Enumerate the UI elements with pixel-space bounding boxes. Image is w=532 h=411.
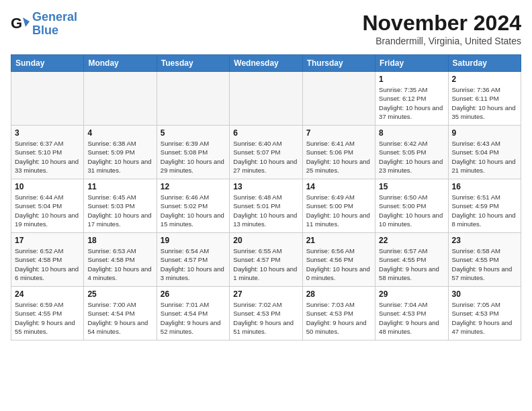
weekday-header: Tuesday — [157, 55, 229, 72]
day-info: Sunrise: 6:45 AM Sunset: 5:03 PM Dayligh… — [87, 193, 152, 228]
calendar-cell: 16Sunrise: 6:51 AM Sunset: 4:59 PM Dayli… — [448, 179, 521, 233]
day-number: 7 — [306, 128, 371, 138]
day-number: 25 — [87, 289, 152, 299]
calendar-cell: 13Sunrise: 6:48 AM Sunset: 5:01 PM Dayli… — [230, 179, 302, 233]
day-info: Sunrise: 6:39 AM Sunset: 5:08 PM Dayligh… — [161, 139, 226, 175]
calendar-cell: 25Sunrise: 7:00 AM Sunset: 4:54 PM Dayli… — [84, 287, 157, 340]
day-number: 24 — [15, 289, 80, 299]
day-number: 10 — [15, 182, 80, 191]
calendar-cell: 18Sunrise: 6:53 AM Sunset: 4:58 PM Dayli… — [84, 233, 157, 287]
day-info: Sunrise: 6:59 AM Sunset: 4:55 PM Dayligh… — [15, 300, 80, 336]
day-info: Sunrise: 7:36 AM Sunset: 6:11 PM Dayligh… — [452, 85, 517, 121]
weekday-header: Monday — [84, 55, 157, 72]
day-number: 20 — [233, 236, 298, 245]
logo: G General Blue — [11, 11, 77, 38]
weekday-header: Sunday — [11, 55, 84, 72]
calendar-cell: 4Sunrise: 6:38 AM Sunset: 5:09 PM Daylig… — [84, 126, 157, 179]
calendar-cell — [230, 72, 302, 126]
calendar-week-row: 24Sunrise: 6:59 AM Sunset: 4:55 PM Dayli… — [11, 287, 521, 340]
day-number: 4 — [87, 128, 152, 138]
calendar-cell: 5Sunrise: 6:39 AM Sunset: 5:08 PM Daylig… — [157, 126, 229, 179]
day-number: 3 — [15, 128, 80, 138]
calendar-cell: 1Sunrise: 7:35 AM Sunset: 6:12 PM Daylig… — [375, 72, 448, 126]
day-number: 13 — [233, 182, 298, 191]
day-number: 15 — [379, 182, 444, 191]
day-number: 17 — [15, 236, 80, 245]
calendar-cell: 8Sunrise: 6:42 AM Sunset: 5:05 PM Daylig… — [375, 126, 448, 179]
day-info: Sunrise: 6:44 AM Sunset: 5:04 PM Dayligh… — [15, 193, 80, 228]
day-number: 23 — [452, 236, 517, 245]
day-info: Sunrise: 7:05 AM Sunset: 4:53 PM Dayligh… — [452, 300, 517, 336]
day-info: Sunrise: 6:55 AM Sunset: 4:57 PM Dayligh… — [233, 246, 298, 282]
calendar-cell — [11, 72, 84, 126]
calendar-cell: 3Sunrise: 6:37 AM Sunset: 5:10 PM Daylig… — [11, 126, 84, 179]
calendar-week-row: 10Sunrise: 6:44 AM Sunset: 5:04 PM Dayli… — [11, 179, 521, 233]
calendar-week-row: 17Sunrise: 6:52 AM Sunset: 4:58 PM Dayli… — [11, 233, 521, 287]
day-info: Sunrise: 7:03 AM Sunset: 4:53 PM Dayligh… — [306, 300, 371, 336]
day-info: Sunrise: 6:58 AM Sunset: 4:55 PM Dayligh… — [452, 246, 517, 282]
calendar-table: SundayMondayTuesdayWednesdayThursdayFrid… — [11, 54, 521, 340]
calendar-cell: 22Sunrise: 6:57 AM Sunset: 4:55 PM Dayli… — [375, 233, 448, 287]
calendar-cell: 28Sunrise: 7:03 AM Sunset: 4:53 PM Dayli… — [302, 287, 375, 340]
calendar-cell: 12Sunrise: 6:46 AM Sunset: 5:02 PM Dayli… — [157, 179, 229, 233]
day-number: 22 — [379, 236, 444, 245]
calendar-cell: 29Sunrise: 7:04 AM Sunset: 4:53 PM Dayli… — [375, 287, 448, 340]
day-info: Sunrise: 6:42 AM Sunset: 5:05 PM Dayligh… — [379, 139, 444, 175]
calendar-week-row: 3Sunrise: 6:37 AM Sunset: 5:10 PM Daylig… — [11, 126, 521, 179]
day-number: 18 — [87, 236, 152, 245]
calendar-cell: 24Sunrise: 6:59 AM Sunset: 4:55 PM Dayli… — [11, 287, 84, 340]
calendar-cell: 27Sunrise: 7:02 AM Sunset: 4:53 PM Dayli… — [230, 287, 302, 340]
calendar-cell: 7Sunrise: 6:41 AM Sunset: 5:06 PM Daylig… — [302, 126, 375, 179]
day-number: 21 — [306, 236, 371, 245]
day-number: 29 — [379, 289, 444, 299]
weekday-header: Wednesday — [230, 55, 302, 72]
calendar-cell: 10Sunrise: 6:44 AM Sunset: 5:04 PM Dayli… — [11, 179, 84, 233]
logo-line2: Blue — [32, 24, 58, 37]
day-info: Sunrise: 6:54 AM Sunset: 4:57 PM Dayligh… — [161, 246, 226, 282]
day-info: Sunrise: 7:00 AM Sunset: 4:54 PM Dayligh… — [87, 300, 152, 336]
weekday-header: Thursday — [302, 55, 375, 72]
logo-text: General Blue — [32, 11, 77, 38]
day-number: 8 — [379, 128, 444, 138]
calendar-week-row: 1Sunrise: 7:35 AM Sunset: 6:12 PM Daylig… — [11, 72, 521, 126]
calendar-cell: 11Sunrise: 6:45 AM Sunset: 5:03 PM Dayli… — [84, 179, 157, 233]
day-number: 16 — [452, 182, 517, 191]
calendar-cell — [84, 72, 157, 126]
calendar-cell: 23Sunrise: 6:58 AM Sunset: 4:55 PM Dayli… — [448, 233, 521, 287]
calendar-cell: 14Sunrise: 6:49 AM Sunset: 5:00 PM Dayli… — [302, 179, 375, 233]
calendar-cell: 30Sunrise: 7:05 AM Sunset: 4:53 PM Dayli… — [448, 287, 521, 340]
calendar-cell: 15Sunrise: 6:50 AM Sunset: 5:00 PM Dayli… — [375, 179, 448, 233]
day-number: 5 — [161, 128, 226, 138]
day-number: 6 — [233, 128, 298, 138]
day-info: Sunrise: 6:56 AM Sunset: 4:56 PM Dayligh… — [306, 246, 371, 282]
svg-text:G: G — [11, 15, 22, 32]
weekday-header: Friday — [375, 55, 448, 72]
day-info: Sunrise: 7:02 AM Sunset: 4:53 PM Dayligh… — [233, 300, 298, 336]
calendar-cell — [157, 72, 229, 126]
day-number: 2 — [452, 75, 517, 84]
logo-icon: G — [11, 15, 30, 34]
calendar-header-row: SundayMondayTuesdayWednesdayThursdayFrid… — [11, 55, 521, 72]
calendar-cell: 19Sunrise: 6:54 AM Sunset: 4:57 PM Dayli… — [157, 233, 229, 287]
day-info: Sunrise: 7:04 AM Sunset: 4:53 PM Dayligh… — [379, 300, 444, 336]
svg-marker-1 — [23, 17, 30, 27]
day-info: Sunrise: 6:49 AM Sunset: 5:00 PM Dayligh… — [306, 193, 371, 228]
day-number: 11 — [87, 182, 152, 191]
day-info: Sunrise: 7:35 AM Sunset: 6:12 PM Dayligh… — [379, 85, 444, 121]
month-title: November 2024 — [362, 11, 521, 36]
calendar-cell: 2Sunrise: 7:36 AM Sunset: 6:11 PM Daylig… — [448, 72, 521, 126]
day-info: Sunrise: 6:41 AM Sunset: 5:06 PM Dayligh… — [306, 139, 371, 175]
calendar-cell: 26Sunrise: 7:01 AM Sunset: 4:54 PM Dayli… — [157, 287, 229, 340]
day-info: Sunrise: 6:52 AM Sunset: 4:58 PM Dayligh… — [15, 246, 80, 282]
calendar-cell: 17Sunrise: 6:52 AM Sunset: 4:58 PM Dayli… — [11, 233, 84, 287]
calendar-cell: 6Sunrise: 6:40 AM Sunset: 5:07 PM Daylig… — [230, 126, 302, 179]
day-info: Sunrise: 6:40 AM Sunset: 5:07 PM Dayligh… — [233, 139, 298, 175]
location: Brandermill, Virginia, United States — [362, 36, 521, 46]
title-block: November 2024 Brandermill, Virginia, Uni… — [362, 11, 521, 46]
day-number: 12 — [161, 182, 226, 191]
logo-line1: General — [32, 10, 77, 24]
day-number: 26 — [161, 289, 226, 299]
day-number: 19 — [161, 236, 226, 245]
calendar-cell — [302, 72, 375, 126]
day-info: Sunrise: 6:38 AM Sunset: 5:09 PM Dayligh… — [87, 139, 152, 175]
